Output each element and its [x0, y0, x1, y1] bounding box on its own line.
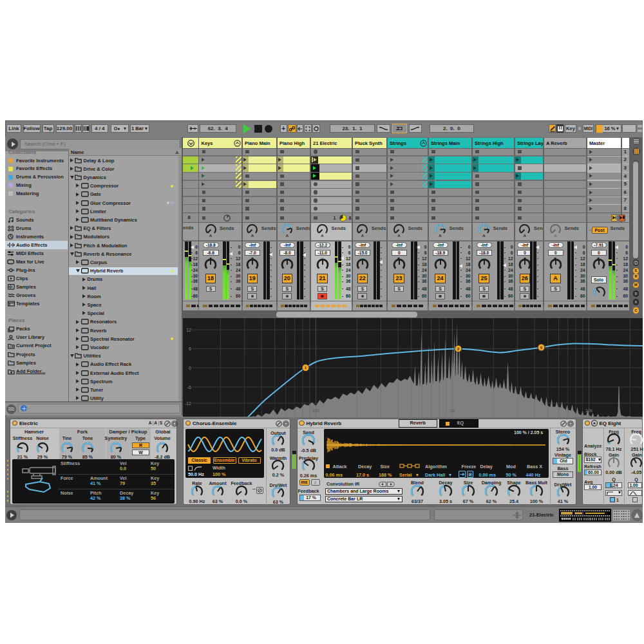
svg-text:1k: 1k — [450, 408, 455, 413]
svg-text:10k: 10k — [585, 408, 592, 413]
svg-text:-12: -12 — [184, 401, 191, 406]
svg-text:6: 6 — [189, 346, 191, 351]
svg-text:-6: -6 — [187, 385, 191, 390]
svg-text:0: 0 — [189, 366, 191, 370]
svg-text:100: 100 — [312, 408, 319, 413]
svg-text:12: 12 — [186, 328, 191, 332]
